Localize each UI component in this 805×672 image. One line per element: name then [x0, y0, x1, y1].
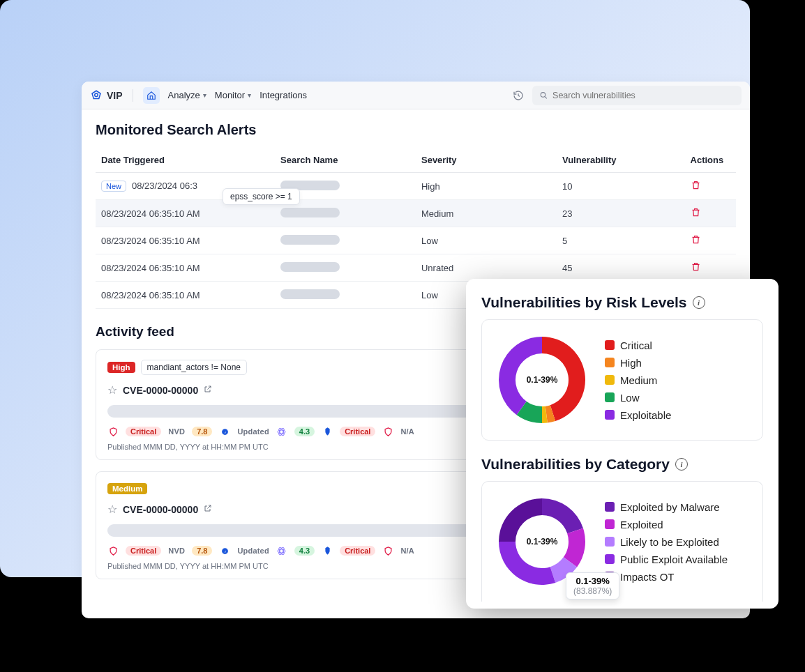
date-cell: 08/23/2024 06:35:10 AM: [101, 208, 200, 219]
table-row[interactable]: 08/23/2024 06:35:10 AMLow5: [96, 227, 736, 254]
date-cell: 08/23/2024 06:35:10 AM: [101, 236, 200, 246]
nvd-label: NVD: [168, 427, 185, 436]
cat-chart-tooltip: 0.1-39% (83.887%): [566, 572, 619, 600]
nav-integrations[interactable]: Integrations: [259, 90, 307, 100]
date-cell: 08/23/2024 06:3: [132, 181, 197, 191]
atom-icon: [276, 426, 287, 437]
nav-analyze[interactable]: Analyze ▾: [168, 90, 206, 100]
nvd-score: 7.8: [192, 427, 212, 436]
severity-cell: High: [416, 173, 557, 200]
atom-icon: [276, 545, 287, 556]
legend-swatch: [605, 375, 615, 385]
home-button[interactable]: [143, 87, 160, 104]
legend-item[interactable]: Public Exploit Available: [605, 553, 728, 565]
legend-item[interactable]: Likely to be Exploited: [605, 536, 728, 548]
col-actions: Actions: [685, 148, 736, 173]
divider: [133, 89, 133, 102]
shield-icon: [107, 545, 119, 556]
vuln-cell: 23: [557, 200, 685, 227]
legend-label: Critical: [620, 339, 652, 351]
legend-label: Exploitable: [620, 409, 671, 421]
na-label: N/A: [400, 427, 414, 436]
risk-donut[interactable]: 0.1-39%: [493, 331, 591, 429]
table-row[interactable]: 08/23/2024 06:35:10 AMMedium23: [96, 200, 736, 227]
nvd-label: NVD: [168, 547, 185, 555]
filter-chip[interactable]: mandiant_actors != None: [141, 360, 247, 375]
legend-item[interactable]: High: [605, 357, 671, 369]
legend-swatch: [605, 358, 615, 367]
nav-analyze-label: Analyze: [168, 90, 200, 100]
legend-swatch: [605, 554, 615, 564]
legend-item[interactable]: Critical: [605, 339, 671, 351]
epss-score: 4.3: [294, 546, 315, 556]
col-date[interactable]: Date Triggered: [96, 148, 275, 173]
tooltip-line1: 0.1-39%: [573, 576, 612, 586]
chevron-down-icon: ▾: [203, 91, 206, 99]
severity-badge: Medium: [107, 483, 147, 494]
table-row[interactable]: New08/23/2024 06:3High10: [96, 173, 736, 200]
search-icon: [539, 91, 548, 100]
legend-label: Public Exploit Available: [620, 553, 728, 565]
col-name[interactable]: Search Name: [275, 148, 416, 173]
legend-swatch: [605, 410, 615, 420]
legend-item[interactable]: Exploitable: [605, 409, 671, 421]
legend-swatch: [605, 519, 615, 529]
search-input[interactable]: [552, 91, 735, 100]
badge-icon: [322, 545, 333, 556]
search-name-skeleton: [280, 208, 340, 217]
chevron-down-icon: ▾: [248, 91, 251, 99]
star-icon[interactable]: ☆: [107, 383, 117, 397]
legend-label: High: [620, 357, 642, 369]
legend-item[interactable]: Medium: [605, 374, 671, 386]
vuln-cell: 5: [557, 227, 685, 254]
shield-icon: [107, 426, 119, 437]
analysis-icon: 𝒾: [219, 426, 230, 437]
trash-icon: [691, 207, 701, 217]
col-severity[interactable]: Severity: [416, 148, 557, 173]
vuln-cell: 10: [557, 173, 685, 200]
legend-item[interactable]: Exploited: [605, 519, 728, 530]
star-icon[interactable]: ☆: [107, 503, 117, 516]
table-row[interactable]: 08/23/2024 06:35:10 AMUnrated45: [96, 254, 736, 282]
new-badge: New: [101, 181, 126, 192]
info-icon[interactable]: i: [693, 296, 705, 309]
side-panel: Vulnerabilities by Risk Levels i 0.1-39%…: [466, 279, 778, 609]
history-icon: [513, 90, 524, 101]
legend-label: Impacts OT: [620, 571, 675, 583]
risk-title-text: Vulnerabilities by Risk Levels: [481, 294, 687, 311]
legend-label: Medium: [620, 374, 657, 386]
info-icon[interactable]: i: [675, 458, 688, 471]
external-link-icon[interactable]: [204, 504, 212, 514]
cat-legend: Exploited by MalwareExploitedLikely to b…: [605, 501, 728, 583]
delete-button[interactable]: [691, 236, 701, 247]
shield-icon: [382, 426, 393, 437]
nav-monitor[interactable]: Monitor ▾: [215, 90, 251, 100]
trash-icon: [691, 261, 701, 272]
home-icon: [146, 91, 156, 100]
delete-button[interactable]: [691, 264, 701, 274]
tooltip-line2: (83.887%): [573, 586, 612, 596]
history-button[interactable]: [513, 90, 524, 101]
legend-item[interactable]: Exploited by Malware: [605, 501, 728, 513]
badge-icon: [322, 426, 333, 437]
legend-swatch: [605, 340, 615, 350]
legend-label: Likely to be Exploited: [620, 536, 719, 548]
external-link-icon[interactable]: [204, 385, 212, 395]
cve-id[interactable]: CVE-0000-00000: [123, 385, 198, 396]
col-vuln[interactable]: Vulnerability: [557, 148, 685, 173]
search-name-tooltip: epss_score >= 1: [223, 188, 300, 205]
search-box[interactable]: [532, 86, 742, 105]
cve-id[interactable]: CVE-0000-00000: [123, 504, 198, 515]
risk-panel-title: Vulnerabilities by Risk Levels i: [481, 294, 763, 311]
delete-button[interactable]: [691, 182, 701, 192]
source-pill: Critical: [340, 546, 375, 556]
epss-score: 4.3: [294, 427, 315, 436]
brand-logo[interactable]: VIP: [90, 89, 123, 102]
legend-item[interactable]: Low: [605, 392, 671, 404]
legend-item[interactable]: Impacts OT: [605, 571, 728, 583]
vuln-cell: 45: [557, 254, 685, 282]
updated-label: Updated: [237, 427, 269, 436]
severity-cell: Low: [416, 227, 557, 254]
page-title: Monitored Search Alerts: [96, 122, 736, 138]
delete-button[interactable]: [691, 209, 701, 220]
